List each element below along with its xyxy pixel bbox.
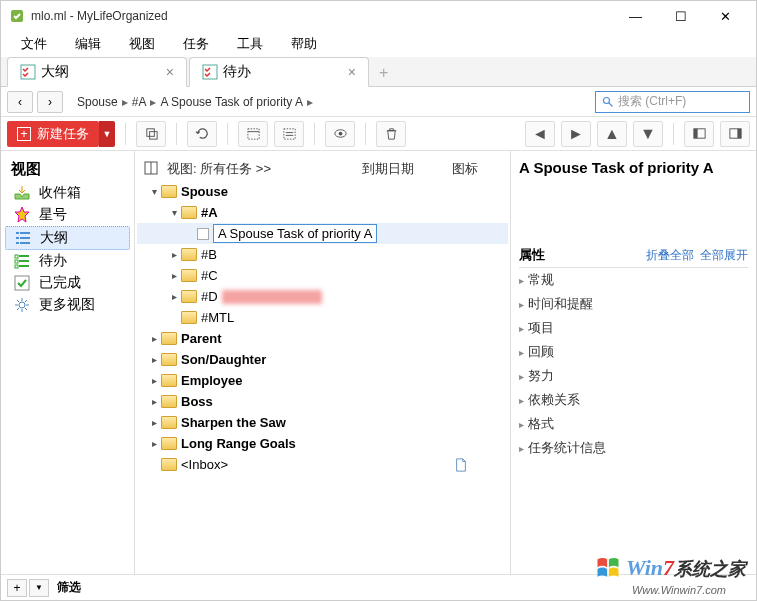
watermark-brand1: Win xyxy=(626,555,663,580)
tree-row[interactable]: ▾#A xyxy=(137,202,508,223)
svg-rect-30 xyxy=(15,276,29,290)
folder-icon xyxy=(161,374,177,387)
chevron-right-icon: ▸ xyxy=(519,443,524,454)
tree-row[interactable]: #MTL xyxy=(137,307,508,328)
svg-rect-1 xyxy=(21,65,35,79)
tab-add-button[interactable]: + xyxy=(371,60,396,86)
tree-row[interactable]: ▾Spouse xyxy=(137,181,508,202)
sidebar-item-outline[interactable]: 大纲 xyxy=(5,226,130,250)
minimize-button[interactable]: — xyxy=(613,2,658,30)
chevron-down-icon[interactable]: ▾ xyxy=(147,186,161,197)
chevron-right-icon[interactable]: ▸ xyxy=(147,354,161,365)
tree-row[interactable]: ▸Son/Daughter xyxy=(137,349,508,370)
eye-button[interactable] xyxy=(325,121,355,147)
folder-icon xyxy=(181,248,197,261)
checkbox[interactable] xyxy=(197,228,209,240)
nav-forward-button[interactable]: › xyxy=(37,91,63,113)
tree-label: Employee xyxy=(181,373,242,388)
tree-row[interactable]: ▸Boss xyxy=(137,391,508,412)
sidebar-title: 视图 xyxy=(5,157,130,182)
new-task-dropdown[interactable]: ▼ xyxy=(99,121,115,147)
copy-button[interactable] xyxy=(136,121,166,147)
tree-row[interactable]: <Inbox> xyxy=(137,454,508,475)
column-title[interactable]: 视图: 所有任务 >> xyxy=(167,160,362,178)
breadcrumb-item[interactable]: A Spouse Task of priority A xyxy=(160,95,303,109)
prop-row[interactable]: ▸努力 xyxy=(519,364,748,388)
chevron-right-icon: ▸ xyxy=(519,347,524,358)
footer-dropdown-button[interactable]: ▼ xyxy=(29,579,49,597)
layout-right-button[interactable] xyxy=(720,121,750,147)
arrow-down-button[interactable]: ▼ xyxy=(633,121,663,147)
arrow-left-button[interactable]: ◄ xyxy=(525,121,555,147)
watermark-suffix: 系统之家 xyxy=(674,559,746,579)
sidebar-item-label: 更多视图 xyxy=(39,296,95,314)
sidebar-item-star[interactable]: 星号 xyxy=(5,204,130,226)
tree-row[interactable]: ▸Sharpen the Saw xyxy=(137,412,508,433)
copy-icon xyxy=(144,126,159,141)
chevron-down-icon[interactable]: ▾ xyxy=(167,207,181,218)
window-title: mlo.ml - MyLifeOrganized xyxy=(31,9,168,23)
tab-close-icon[interactable]: × xyxy=(166,64,174,80)
close-button[interactable]: ✕ xyxy=(703,2,748,30)
chevron-right-icon[interactable]: ▸ xyxy=(147,438,161,449)
search-input[interactable]: 搜索 (Ctrl+F) xyxy=(595,91,750,113)
nav-back-button[interactable]: ‹ xyxy=(7,91,33,113)
footer-add-button[interactable]: + xyxy=(7,579,27,597)
prop-row[interactable]: ▸项目 xyxy=(519,316,748,340)
arrow-right-button[interactable]: ► xyxy=(561,121,591,147)
list-button[interactable] xyxy=(274,121,304,147)
menu-view[interactable]: 视图 xyxy=(115,32,169,56)
tree-row[interactable]: ▸Parent xyxy=(137,328,508,349)
tab-close-icon[interactable]: × xyxy=(348,64,356,80)
menu-tasks[interactable]: 任务 xyxy=(169,32,223,56)
chevron-right-icon[interactable]: ▸ xyxy=(167,249,181,260)
tree-row[interactable]: ▸Employee xyxy=(137,370,508,391)
menu-tools[interactable]: 工具 xyxy=(223,32,277,56)
svg-rect-5 xyxy=(146,129,154,137)
collapse-all-link[interactable]: 折叠全部 xyxy=(646,247,694,264)
date-button[interactable] xyxy=(238,121,268,147)
prop-row[interactable]: ▸时间和提醒 xyxy=(519,292,748,316)
chevron-right-icon[interactable]: ▸ xyxy=(147,375,161,386)
column-icon[interactable]: 图标 xyxy=(452,160,502,178)
svg-rect-9 xyxy=(283,129,294,139)
sidebar-item-more[interactable]: 更多视图 xyxy=(5,294,130,316)
tab-outline[interactable]: 大纲 × xyxy=(7,57,187,87)
prop-row[interactable]: ▸依赖关系 xyxy=(519,388,748,412)
columns-icon[interactable] xyxy=(143,160,159,176)
tree-row[interactable]: ▸#D xyxy=(137,286,508,307)
tree-row[interactable]: ▸Long Range Goals xyxy=(137,433,508,454)
expand-all-link[interactable]: 全部展开 xyxy=(700,247,748,264)
tab-todo[interactable]: 待办 × xyxy=(189,57,369,87)
sidebar-item-completed[interactable]: 已完成 xyxy=(5,272,130,294)
tree-row[interactable]: ▸#C xyxy=(137,265,508,286)
chevron-right-icon[interactable]: ▸ xyxy=(147,417,161,428)
prop-row[interactable]: ▸常规 xyxy=(519,268,748,292)
refresh-button[interactable] xyxy=(187,121,217,147)
menu-file[interactable]: 文件 xyxy=(7,32,61,56)
maximize-button[interactable]: ☐ xyxy=(658,2,703,30)
sidebar-item-inbox[interactable]: 收件箱 xyxy=(5,182,130,204)
tree-label: #B xyxy=(201,247,217,262)
prop-row[interactable]: ▸格式 xyxy=(519,412,748,436)
sidebar-item-todo[interactable]: 待办 xyxy=(5,250,130,272)
menu-edit[interactable]: 编辑 xyxy=(61,32,115,56)
breadcrumb-item[interactable]: Spouse xyxy=(77,95,118,109)
chevron-right-icon[interactable]: ▸ xyxy=(147,333,161,344)
menu-help[interactable]: 帮助 xyxy=(277,32,331,56)
arrow-up-button[interactable]: ▲ xyxy=(597,121,627,147)
prop-row[interactable]: ▸任务统计信息 xyxy=(519,436,748,460)
layout-left-button[interactable] xyxy=(684,121,714,147)
prop-row[interactable]: ▸回顾 xyxy=(519,340,748,364)
chevron-right-icon[interactable]: ▸ xyxy=(167,270,181,281)
chevron-right-icon[interactable]: ▸ xyxy=(167,291,181,302)
tree-row[interactable]: ▸#B xyxy=(137,244,508,265)
svg-rect-19 xyxy=(20,232,30,234)
chevron-right-icon[interactable]: ▸ xyxy=(147,396,161,407)
task-edit-box[interactable]: A Spouse Task of priority A xyxy=(213,224,377,243)
tree-row[interactable]: A Spouse Task of priority A xyxy=(137,223,508,244)
breadcrumb-item[interactable]: #A xyxy=(132,95,147,109)
delete-button[interactable] xyxy=(376,121,406,147)
column-due[interactable]: 到期日期 xyxy=(362,160,452,178)
new-task-button[interactable]: + 新建任务 xyxy=(7,121,99,147)
